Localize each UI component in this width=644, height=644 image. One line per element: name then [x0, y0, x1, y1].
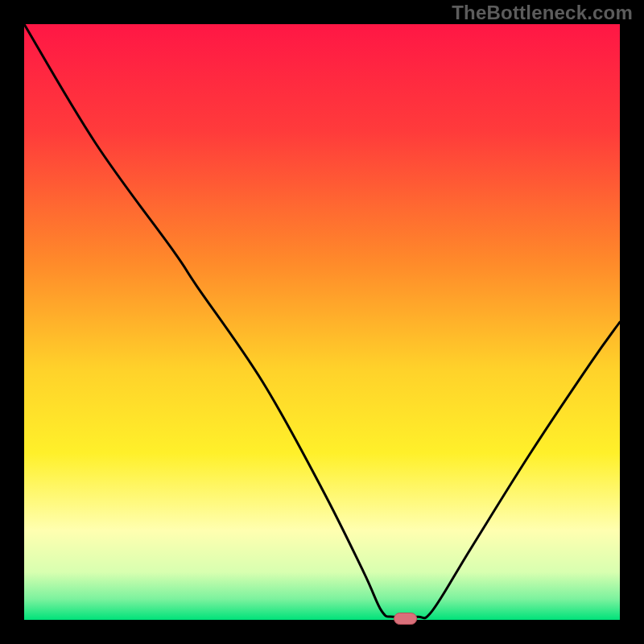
chart-frame: { "watermark": "TheBottleneck.com", "cha… — [0, 0, 644, 644]
chart-svg — [0, 0, 644, 644]
plot-background — [24, 24, 620, 620]
watermark-text: TheBottleneck.com — [452, 2, 633, 24]
minimum-marker — [394, 613, 417, 624]
